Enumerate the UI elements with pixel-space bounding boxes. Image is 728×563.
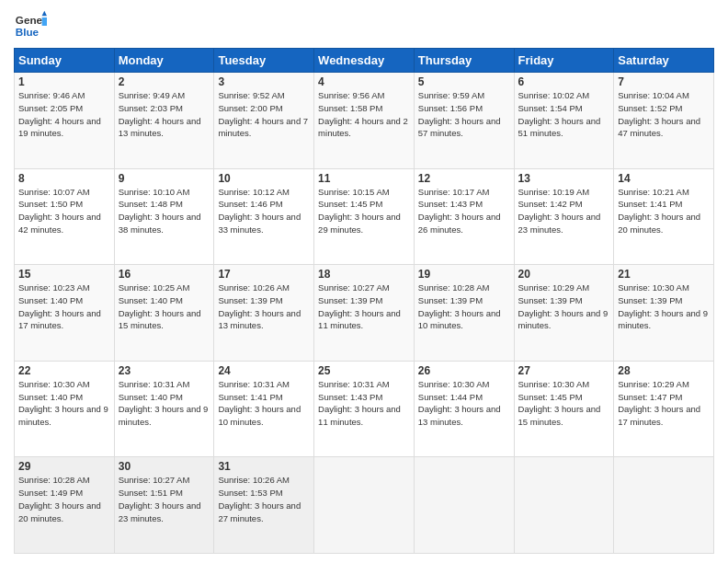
calendar-cell: 9Sunrise: 10:10 AMSunset: 1:48 PMDayligh… [114,168,214,265]
day-number: 8 [18,172,110,185]
day-info: Sunrise: 10:19 AMSunset: 1:42 PMDaylight… [518,186,610,236]
day-info: Sunrise: 10:31 AMSunset: 1:40 PMDaylight… [119,378,210,429]
day-number: 17 [218,268,310,281]
day-number: 24 [218,364,310,377]
calendar-cell: 20Sunrise: 10:29 AMSunset: 1:39 PMDaylig… [514,265,614,362]
calendar-cell: 2Sunrise: 9:49 AMSunset: 2:03 PMDaylight… [114,73,214,169]
day-info: Sunrise: 10:04 AMSunset: 1:52 PMDaylight… [618,89,710,140]
calendar-cell: 6Sunrise: 10:02 AMSunset: 1:54 PMDayligh… [514,73,614,169]
day-info: Sunrise: 10:21 AMSunset: 1:41 PMDaylight… [618,186,710,236]
weekday-monday: Monday [114,49,214,73]
day-info: Sunrise: 10:23 AMSunset: 1:40 PMDaylight… [18,282,110,332]
calendar-cell [414,457,514,554]
day-number: 12 [418,172,510,185]
calendar-cell: 31Sunrise: 10:26 AMSunset: 1:53 PMDaylig… [214,457,314,554]
day-info: Sunrise: 10:30 AMSunset: 1:40 PMDaylight… [18,378,110,429]
calendar-cell: 7Sunrise: 10:04 AMSunset: 1:52 PMDayligh… [614,73,714,169]
calendar-cell: 10Sunrise: 10:12 AMSunset: 1:46 PMDaylig… [214,168,314,265]
calendar-week-2: 8Sunrise: 10:07 AMSunset: 1:50 PMDayligh… [15,168,714,265]
weekday-wednesday: Wednesday [314,49,415,73]
calendar-cell: 16Sunrise: 10:25 AMSunset: 1:40 PMDaylig… [114,265,214,362]
day-info: Sunrise: 10:27 AMSunset: 1:51 PMDaylight… [119,474,210,524]
day-number: 15 [18,268,110,281]
day-info: Sunrise: 10:26 AMSunset: 1:53 PMDaylight… [218,474,310,524]
day-info: Sunrise: 10:28 AMSunset: 1:39 PMDaylight… [418,282,510,332]
day-info: Sunrise: 10:29 AMSunset: 1:39 PMDaylight… [518,282,610,332]
day-number: 30 [119,460,210,473]
day-info: Sunrise: 9:49 AMSunset: 2:03 PMDaylight:… [119,89,210,140]
day-info: Sunrise: 10:30 AMSunset: 1:45 PMDaylight… [518,378,610,429]
weekday-header-row: SundayMondayTuesdayWednesdayThursdayFrid… [15,49,714,73]
day-number: 5 [418,75,510,88]
day-info: Sunrise: 10:17 AMSunset: 1:43 PMDaylight… [418,186,510,236]
day-number: 1 [18,75,110,88]
calendar-cell: 8Sunrise: 10:07 AMSunset: 1:50 PMDayligh… [15,168,115,265]
day-number: 18 [318,268,410,281]
calendar-cell: 12Sunrise: 10:17 AMSunset: 1:43 PMDaylig… [414,168,514,265]
logo-icon: General Blue [14,9,47,42]
day-info: Sunrise: 10:28 AMSunset: 1:49 PMDaylight… [18,474,110,524]
calendar-week-3: 15Sunrise: 10:23 AMSunset: 1:40 PMDaylig… [15,265,714,362]
calendar-cell: 21Sunrise: 10:30 AMSunset: 1:39 PMDaylig… [614,265,714,362]
day-info: Sunrise: 9:46 AMSunset: 2:05 PMDaylight:… [18,89,110,140]
svg-marker-3 [42,17,47,26]
calendar-cell: 30Sunrise: 10:27 AMSunset: 1:51 PMDaylig… [114,457,214,554]
day-number: 3 [218,75,310,88]
calendar-cell: 3Sunrise: 9:52 AMSunset: 2:00 PMDaylight… [214,73,314,169]
day-number: 26 [418,364,510,377]
svg-text:Blue: Blue [16,26,40,38]
day-info: Sunrise: 9:52 AMSunset: 2:00 PMDaylight:… [218,89,310,140]
day-number: 19 [418,268,510,281]
day-number: 10 [218,172,310,185]
calendar-week-4: 22Sunrise: 10:30 AMSunset: 1:40 PMDaylig… [15,361,714,457]
day-info: Sunrise: 9:56 AMSunset: 1:58 PMDaylight:… [318,89,410,140]
day-number: 7 [618,75,710,88]
calendar-cell: 1Sunrise: 9:46 AMSunset: 2:05 PMDaylight… [15,73,115,169]
calendar-cell [614,457,714,554]
day-info: Sunrise: 10:31 AMSunset: 1:41 PMDaylight… [218,378,310,429]
calendar-cell: 13Sunrise: 10:19 AMSunset: 1:42 PMDaylig… [514,168,614,265]
day-number: 9 [119,172,210,185]
day-number: 22 [18,364,110,377]
calendar-cell: 19Sunrise: 10:28 AMSunset: 1:39 PMDaylig… [414,265,514,362]
calendar-cell: 5Sunrise: 9:59 AMSunset: 1:56 PMDaylight… [414,73,514,169]
calendar-cell: 22Sunrise: 10:30 AMSunset: 1:40 PMDaylig… [15,361,115,457]
day-info: Sunrise: 10:26 AMSunset: 1:39 PMDaylight… [218,282,310,332]
day-number: 16 [119,268,210,281]
day-info: Sunrise: 10:31 AMSunset: 1:43 PMDaylight… [318,378,410,429]
calendar-cell [514,457,614,554]
logo: General Blue [14,9,47,42]
day-info: Sunrise: 9:59 AMSunset: 1:56 PMDaylight:… [418,89,510,140]
day-number: 2 [119,75,210,88]
calendar-cell: 29Sunrise: 10:28 AMSunset: 1:49 PMDaylig… [15,457,115,554]
day-number: 6 [518,75,610,88]
day-info: Sunrise: 10:10 AMSunset: 1:48 PMDaylight… [119,186,210,236]
weekday-friday: Friday [514,49,614,73]
day-number: 14 [618,172,710,185]
day-number: 20 [518,268,610,281]
weekday-saturday: Saturday [614,49,714,73]
calendar-cell: 18Sunrise: 10:27 AMSunset: 1:39 PMDaylig… [314,265,415,362]
calendar-week-1: 1Sunrise: 9:46 AMSunset: 2:05 PMDaylight… [15,73,714,169]
calendar-table: SundayMondayTuesdayWednesdayThursdayFrid… [14,48,714,554]
day-number: 4 [318,75,410,88]
calendar-cell: 26Sunrise: 10:30 AMSunset: 1:44 PMDaylig… [414,361,514,457]
calendar-cell: 11Sunrise: 10:15 AMSunset: 1:45 PMDaylig… [314,168,415,265]
weekday-thursday: Thursday [414,49,514,73]
day-info: Sunrise: 10:25 AMSunset: 1:40 PMDaylight… [119,282,210,332]
calendar-cell: 28Sunrise: 10:29 AMSunset: 1:47 PMDaylig… [614,361,714,457]
day-number: 21 [618,268,710,281]
day-info: Sunrise: 10:30 AMSunset: 1:39 PMDaylight… [618,282,710,332]
calendar-cell: 17Sunrise: 10:26 AMSunset: 1:39 PMDaylig… [214,265,314,362]
day-number: 27 [518,364,610,377]
header: General Blue [14,9,714,42]
day-info: Sunrise: 10:27 AMSunset: 1:39 PMDaylight… [318,282,410,332]
day-number: 31 [218,460,310,473]
weekday-tuesday: Tuesday [214,49,314,73]
calendar-cell [314,457,415,554]
day-info: Sunrise: 10:07 AMSunset: 1:50 PMDaylight… [18,186,110,236]
day-number: 28 [618,364,710,377]
calendar-cell: 15Sunrise: 10:23 AMSunset: 1:40 PMDaylig… [15,265,115,362]
day-number: 11 [318,172,410,185]
calendar-cell: 4Sunrise: 9:56 AMSunset: 1:58 PMDaylight… [314,73,415,169]
